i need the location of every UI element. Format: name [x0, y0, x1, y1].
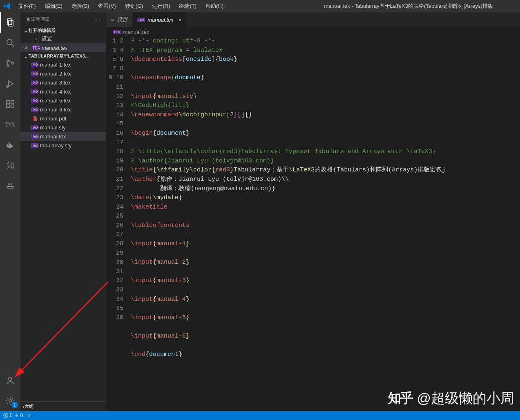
tex-icon[interactable]: TEX: [0, 114, 20, 135]
menu-item[interactable]: 终端(T): [175, 1, 201, 11]
file-label: tabularray.sty: [40, 142, 71, 149]
watermark-text: @超级懒的小周: [417, 389, 514, 408]
file-label: manual.tex: [42, 45, 68, 51]
menu-item[interactable]: 选择(S): [67, 1, 93, 11]
menu-item[interactable]: 运行(R): [148, 1, 174, 11]
svg-rect-10: [7, 105, 9, 108]
svg-point-2: [7, 40, 12, 45]
status-problems[interactable]: ⓧ0 ⚠0: [3, 412, 23, 419]
cook-icon[interactable]: [0, 176, 20, 196]
file-item[interactable]: TEXmanual-5.tex: [20, 96, 106, 105]
tex-file-icon: TEX: [31, 62, 38, 67]
file-label: manual-5.tex: [40, 98, 71, 104]
tex-file-icon: TEX: [31, 98, 38, 103]
file-item[interactable]: TEXmanual-3.tex: [20, 78, 106, 87]
file-item[interactable]: TEXmanual-6.tex: [20, 105, 106, 114]
menu-bar: 文件(F)编辑(E)选择(S)查看(V)转到(G)运行(R)终端(T)帮助(H): [14, 1, 228, 11]
file-label: manual-3.tex: [40, 80, 71, 86]
sidebar: 资源管理器 ⋯ ⌄ 打开的编辑器 ≡设置TEXmanual.tex ⌄ TABU…: [20, 12, 106, 411]
code-editor[interactable]: 1 2 3 4 5 6 7 8 9 10 11 12 13 14 15 16 1…: [106, 37, 520, 411]
git-icon[interactable]: [0, 53, 20, 73]
file-label: manual-2.tex: [40, 71, 71, 77]
tex-file-icon: TEX: [33, 45, 40, 51]
zhihu-logo-icon: 知乎: [388, 389, 413, 407]
menu-item[interactable]: 文件(F): [14, 1, 40, 11]
settings-badge: 1: [11, 402, 18, 408]
file-label: manual-1.tex: [40, 62, 71, 68]
explorer-icon[interactable]: [0, 12, 20, 33]
status-check-icon[interactable]: ✓: [27, 413, 31, 418]
svg-point-5: [7, 65, 9, 67]
svg-point-18: [9, 400, 11, 402]
svg-point-4: [7, 60, 9, 62]
search-icon[interactable]: [0, 33, 20, 53]
extensions-icon[interactable]: [0, 94, 20, 114]
tex-file-icon: TEX: [31, 107, 38, 112]
tab-label: manual.tex: [147, 17, 174, 23]
settings-icon[interactable]: 1: [0, 391, 20, 411]
zhihu-icon[interactable]: 知: [0, 155, 20, 176]
watermark: 知乎 @超级懒的小周: [388, 389, 514, 408]
debug-icon[interactable]: [0, 73, 20, 94]
file-label: manual.pdf: [40, 116, 66, 122]
svg-line-3: [11, 44, 14, 47]
svg-rect-13: [7, 144, 8, 145]
file-item[interactable]: TEXmanual-1.tex: [20, 60, 106, 69]
folder-header[interactable]: ⌄ TABULARRAY基于LATEX3...: [20, 52, 106, 60]
menu-item[interactable]: 转到(G): [121, 1, 147, 11]
file-label: manual.tex: [40, 133, 66, 140]
editor-area: ≡设置TEXmanual.tex× TEX manual.tex 1 2 3 4…: [106, 12, 520, 411]
svg-rect-9: [7, 100, 9, 103]
file-label: manual-6.tex: [40, 107, 71, 113]
pdf-file-icon: [31, 116, 38, 121]
docker-icon[interactable]: [0, 135, 20, 155]
open-editor-item[interactable]: ≡设置: [20, 34, 106, 43]
open-editor-item[interactable]: TEXmanual.tex: [20, 43, 106, 52]
sidebar-title: 资源管理器: [26, 16, 50, 22]
file-item[interactable]: manual.pdf: [20, 114, 106, 123]
code-lines[interactable]: % -*- coding: utf-8 -*- % !TEX program =…: [131, 37, 520, 411]
file-item[interactable]: TEXtabularray.sty: [20, 141, 106, 150]
warning-icon: ⚠: [14, 413, 19, 418]
file-label: manual-4.tex: [40, 89, 71, 95]
outline-header[interactable]: › 大纲: [20, 401, 106, 411]
tex-file-icon: TEX: [31, 89, 38, 94]
settings-icon: ≡: [111, 17, 114, 23]
close-icon[interactable]: ×: [179, 17, 182, 23]
open-editors-header[interactable]: ⌄ 打开的编辑器: [20, 27, 106, 34]
menu-item[interactable]: 帮助(H): [201, 1, 228, 11]
svg-rect-14: [9, 144, 10, 145]
tex-file-icon: TEX: [137, 18, 145, 22]
menu-item[interactable]: 查看(V): [94, 1, 120, 11]
tabs: ≡设置TEXmanual.tex×: [106, 12, 520, 27]
tex-file-icon: TEX: [31, 71, 38, 76]
vscode-logo-icon: [0, 2, 14, 10]
tab[interactable]: ≡设置: [106, 12, 132, 27]
file-label: manual.sty: [40, 124, 66, 131]
account-icon[interactable]: [0, 370, 20, 391]
menu-item[interactable]: 编辑(E): [41, 1, 67, 11]
window-title: manual.tex - Tabularray基于LaTeX3的表格(Tabul…: [228, 2, 520, 10]
chevron-down-icon: ⌄: [23, 28, 29, 33]
file-item[interactable]: TEXmanual-4.tex: [20, 87, 106, 96]
title-bar: 文件(F)编辑(E)选择(S)查看(V)转到(G)运行(R)终端(T)帮助(H)…: [0, 0, 520, 12]
svg-rect-12: [11, 100, 14, 103]
svg-point-17: [9, 377, 12, 380]
tex-file-icon: TEX: [31, 125, 38, 130]
tex-file-icon: TEX: [31, 134, 38, 139]
file-item[interactable]: TEXmanual.sty: [20, 123, 106, 132]
file-item[interactable]: TEXmanual.tex: [20, 132, 106, 141]
file-item[interactable]: TEXmanual-2.tex: [20, 69, 106, 78]
svg-rect-0: [7, 19, 12, 24]
settings-icon: ≡: [33, 37, 40, 41]
tab[interactable]: TEXmanual.tex×: [132, 12, 187, 27]
svg-point-8: [7, 86, 8, 87]
line-gutter: 1 2 3 4 5 6 7 8 9 10 11 12 13 14 15 16 1…: [106, 37, 131, 411]
svg-rect-1: [9, 20, 13, 26]
svg-marker-7: [9, 81, 13, 87]
svg-rect-15: [10, 144, 11, 145]
tex-file-icon: TEX: [31, 80, 38, 85]
chevron-down-icon: ⌄: [23, 53, 29, 59]
activity-bar: TEX 知 1: [0, 12, 20, 411]
breadcrumb[interactable]: TEX manual.tex: [106, 27, 520, 37]
